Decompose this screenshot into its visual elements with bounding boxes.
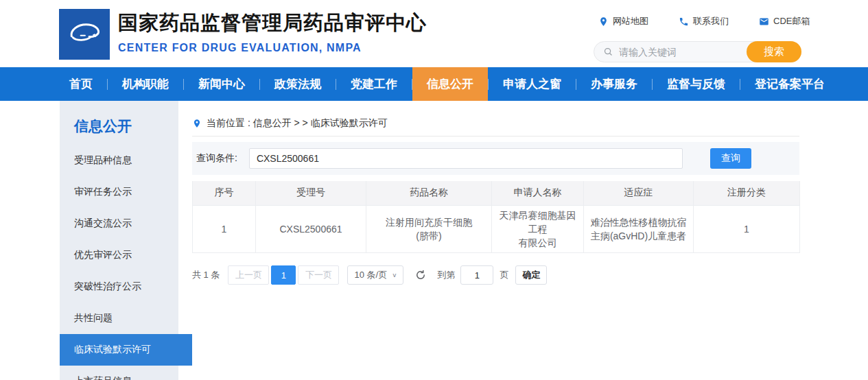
cell-index: 1 (193, 205, 256, 253)
cell-applicant-name: 天津昂赛细胞基因工程 有限公司 (492, 205, 584, 253)
goto-page-label: 到第 (437, 269, 455, 281)
main-nav: 首页 机构职能 新闻中心 政策法规 党建工作 信息公开 申请人之窗 办事服务 监… (0, 67, 868, 101)
sidebar-item-priority-review[interactable]: 优先审评公示 (60, 239, 178, 271)
nav-item-party-building[interactable]: 党建工作 (336, 67, 412, 101)
header-quick-links: 网站地图 联系我们 CDE邮箱 (598, 15, 810, 27)
location-pin-icon (192, 119, 202, 128)
chevron-down-icon: ∨ (392, 272, 397, 278)
nav-item-information-disclosure[interactable]: 信息公开 (412, 67, 488, 101)
query-input[interactable] (249, 148, 683, 169)
query-button[interactable]: 查询 (710, 148, 751, 169)
nav-item-functions[interactable]: 机构职能 (108, 67, 183, 101)
pagination: 共 1 条 上一页 1 下一页 10 条/页 ∨ 到第 页 确定 (192, 265, 799, 285)
sidebar-title: 信息公开 (60, 117, 178, 136)
phone-icon (679, 16, 689, 27)
sidebar-item-accepted-varieties[interactable]: 受理品种信息 (60, 145, 178, 176)
table-header-row: 序号 受理号 药品名称 申请人名称 适应症 注册分类 (193, 181, 800, 205)
nav-item-news[interactable]: 新闻中心 (184, 67, 259, 101)
logo-swoosh-icon (62, 12, 107, 57)
col-header-applicant-name: 申请人名称 (492, 181, 584, 205)
results-table: 序号 受理号 药品名称 申请人名称 适应症 注册分类 1 CXSL2500661… (192, 181, 800, 253)
cell-drug-name: 注射用间充质干细胞 (脐带) (366, 205, 492, 253)
sidebar-item-marketed-drug-info[interactable]: 上市药品信息 (60, 366, 178, 380)
pagination-total: 共 1 条 (192, 269, 220, 281)
cell-registration-category: 1 (694, 205, 800, 253)
header-search-button[interactable]: 搜索 (747, 41, 801, 62)
prev-page-button[interactable]: 上一页 (228, 265, 269, 285)
nav-item-supervision-feedback[interactable]: 监督与反馈 (653, 67, 740, 101)
sitemap-link-label: 网站地图 (613, 15, 648, 27)
mail-icon (759, 16, 769, 27)
breadcrumb: 当前位置 : 信息公开 > > 临床试验默示许可 (192, 117, 799, 136)
table-row: 1 CXSL2500661 注射用间充质干细胞 (脐带) 天津昂赛细胞基因工程 … (193, 205, 800, 253)
breadcrumb-text: 当前位置 : 信息公开 > > 临床试验默示许可 (207, 117, 388, 130)
col-header-acceptance-number: 受理号 (256, 181, 366, 205)
cde-mail-link-label: CDE邮箱 (773, 15, 810, 27)
col-header-registration-category: 注册分类 (694, 181, 800, 205)
sidebar-item-communication[interactable]: 沟通交流公示 (60, 208, 178, 239)
site-header: 国家药品监督管理局药品审评中心 CENTER FOR DRUG EVALUATI… (0, 0, 868, 67)
location-pin-icon (598, 16, 609, 27)
nav-item-policies[interactable]: 政策法规 (260, 67, 336, 101)
page-size-value: 10 条/页 (354, 269, 387, 281)
sidebar-item-clinical-trial-implied-license[interactable]: 临床试验默示许可 (60, 334, 192, 366)
page-size-select[interactable]: 10 条/页 ∨ (347, 265, 403, 285)
site-title-cn: 国家药品监督管理局药品审评中心 (118, 10, 427, 37)
main-content: 当前位置 : 信息公开 > > 临床试验默示许可 查询条件: 查询 序号 受理号… (192, 101, 799, 380)
header-search-bar: 搜索 (594, 41, 801, 62)
sitemap-link[interactable]: 网站地图 (598, 15, 648, 27)
col-header-drug-name: 药品名称 (366, 181, 492, 205)
site-title-block: 国家药品监督管理局药品审评中心 CENTER FOR DRUG EVALUATI… (118, 10, 427, 54)
cell-indication: 难治性急性移植物抗宿 主病(aGvHD)儿童患者 (584, 205, 694, 253)
query-form: 查询条件: 查询 (192, 142, 799, 175)
cde-mail-link[interactable]: CDE邮箱 (759, 15, 810, 27)
col-header-index: 序号 (193, 181, 256, 205)
nav-item-home[interactable]: 首页 (55, 67, 107, 101)
goto-confirm-button[interactable]: 确定 (515, 265, 547, 285)
cde-logo (59, 9, 110, 60)
next-page-button[interactable]: 下一页 (298, 265, 339, 285)
page-number-button[interactable]: 1 (271, 265, 296, 285)
nav-item-services[interactable]: 办事服务 (576, 67, 652, 101)
contact-link-label: 联系我们 (693, 15, 729, 27)
sidebar-item-breakthrough-therapy[interactable]: 突破性治疗公示 (60, 271, 178, 302)
goto-page-input[interactable] (460, 265, 493, 285)
contact-link[interactable]: 联系我们 (679, 15, 729, 27)
sidebar: 信息公开 受理品种信息 审评任务公示 沟通交流公示 优先审评公示 突破性治疗公示… (60, 101, 178, 380)
sidebar-item-common-issues[interactable]: 共性问题 (60, 302, 178, 334)
page-body: 信息公开 受理品种信息 审评任务公示 沟通交流公示 优先审评公示 突破性治疗公示… (0, 101, 868, 380)
search-icon (603, 47, 613, 57)
nav-item-registration-platform[interactable]: 登记备案平台 (740, 67, 839, 101)
refresh-button[interactable] (414, 269, 427, 281)
header-search-input[interactable] (619, 47, 747, 58)
col-header-indication: 适应症 (584, 181, 694, 205)
refresh-icon (414, 269, 427, 281)
query-label: 查询条件: (196, 152, 237, 165)
nav-item-applicant-window[interactable]: 申请人之窗 (489, 67, 576, 101)
cell-acceptance-number: CXSL2500661 (256, 205, 366, 253)
sidebar-item-review-tasks[interactable]: 审评任务公示 (60, 176, 178, 208)
site-title-en: CENTER FOR DRUG EVALUATION, NMPA (118, 42, 427, 54)
goto-page-unit: 页 (500, 269, 508, 281)
